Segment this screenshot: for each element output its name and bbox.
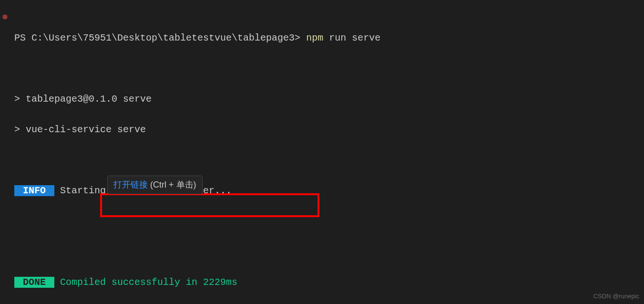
command-args: run serve xyxy=(323,32,380,43)
info-badge: INFO xyxy=(14,185,54,196)
prompt-path: PS C:\Users\75951\Desktop\tabletestvue\t… xyxy=(14,32,300,43)
output-package: > tablepage3@0.1.0 serve xyxy=(14,92,644,107)
command-npm: npm xyxy=(306,32,323,43)
watermark: CSDN @runepic xyxy=(593,292,639,302)
done-message: Compiled successfully in 2229ms xyxy=(54,277,237,288)
tooltip-hint: (Ctrl + 单击) xyxy=(148,180,196,189)
annotation-highlight-box xyxy=(100,193,319,217)
error-icon: ⊗ xyxy=(2,10,8,24)
tooltip-action: 打开链接 xyxy=(113,180,148,189)
terminal-output[interactable]: ⊗ PS C:\Users\75951\Desktop\tabletestvue… xyxy=(0,0,644,304)
done-badge: DONE xyxy=(14,277,54,288)
link-tooltip: 打开链接 (Ctrl + 单击) xyxy=(107,176,203,194)
output-service: > vue-cli-service serve xyxy=(14,122,644,137)
